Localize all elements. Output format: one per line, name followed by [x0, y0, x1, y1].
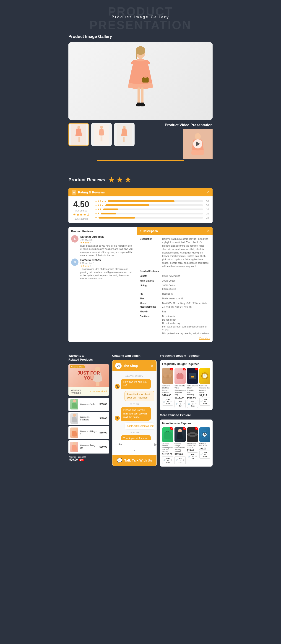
bar-track-4	[105, 204, 203, 206]
bar-row-3: ★★★ 10	[95, 208, 209, 211]
warranty-link[interactable]: ✓ T&c Resctricted	[90, 390, 107, 392]
more-badge-3: %	[195, 427, 198, 430]
related-item-3[interactable]: Women's Wings Y $85.00	[68, 426, 109, 440]
desc-main-label: Description	[140, 237, 160, 268]
more-product-name-3: 5 FLOWERS HEADBANE BLUE 35	[187, 443, 198, 449]
desc-measurements-row: Model measurements Bust 32" / 81 cm, Hei…	[140, 302, 210, 308]
chat-bubble-admin-3: Thank you sir for your interest.	[121, 435, 151, 440]
more-cart-label-2: Add to Cart	[179, 457, 182, 463]
more-add-cart-2[interactable]: 🛒 Add to Cart ♡	[175, 456, 185, 464]
bar-count-3: 10	[204, 208, 209, 211]
reviewer-avatar-1: S	[71, 235, 78, 242]
chat-close-button[interactable]: ✕	[150, 363, 154, 368]
related-item-1[interactable]: Women's Jade $55.00	[68, 398, 109, 411]
chat-send-icon[interactable]: ▶	[154, 442, 157, 447]
chat-footer[interactable]: 💬 Talk Talk With Us	[112, 455, 156, 466]
thumbnail-2[interactable]	[91, 123, 112, 146]
chat-icon-1: 🛍	[115, 384, 120, 389]
freq-product-img-3: %	[187, 368, 198, 384]
video-title: Product Video Presentation	[165, 123, 213, 127]
desc-cautions-value: Do not wash Do not bleach Do not tumble …	[162, 315, 210, 335]
score-stars: ★ ★ ★ ★ ½	[72, 213, 90, 216]
more-product-img-4	[199, 427, 210, 442]
more-items-title: More Items to Explore	[162, 422, 210, 425]
add-to-cart-3[interactable]: 🛒 Add to Cart ♡	[187, 400, 198, 408]
warranty-value: Available	[71, 392, 81, 394]
more-product-img-2: %	[175, 427, 185, 442]
add-to-cart-4[interactable]: 🛒 Add to Cart ♡	[199, 398, 210, 406]
reviewer-info-2: Camella Arches Feb 22, 2017 ★ ★ ★ ★ ★ Th…	[80, 258, 134, 279]
desc-material-row: Main Material 100% Cotton	[140, 279, 210, 282]
svg-point-30	[73, 428, 76, 431]
more-cart-icon-1: 🛒	[163, 459, 166, 461]
related-item-4[interactable]: Women's Long Off $29.00	[68, 440, 109, 454]
desc-pane-header: ≡ Description ✕	[137, 227, 213, 235]
chat-input[interactable]	[118, 443, 153, 446]
wishlist-icon-3: ♡	[195, 403, 197, 405]
r1-star-2: ★	[83, 242, 85, 244]
desc-size-row: Size Model wears size 36	[140, 297, 210, 300]
r2-star-2: ★	[83, 265, 85, 267]
desc-fit-value: Regular fit	[162, 292, 173, 296]
desc-fit-row: Fit Regular fit	[140, 292, 210, 296]
combo-card: Product Reviews S Saltanat Jureebek Jan …	[68, 227, 213, 342]
reviewer-date-2: Feb 22, 2017	[80, 262, 134, 264]
more-add-cart-1[interactable]: 🛒 Add to Cart ♡	[162, 456, 173, 464]
rating-score-block: 4.50 Out of 5.00 ★ ★ ★ ★ ½ 105 Ratings	[72, 200, 90, 220]
related-item-2[interactable]: Women's Standard $45.00	[68, 412, 109, 425]
women-long-price-value: 529.00	[69, 458, 78, 461]
score-number: 4.50	[72, 200, 90, 209]
thumbnail-3[interactable]	[114, 123, 135, 146]
r2-star-4: ★	[87, 265, 89, 267]
freq-badge-2: %	[183, 368, 185, 370]
chat-row-user-1: I want to know about your EMI Facilities	[115, 391, 154, 402]
chat-row-admin-3: 🛍 Thank you sir for your interest.	[115, 435, 154, 440]
svg-rect-14	[79, 137, 80, 142]
video-thumbnail[interactable]	[183, 129, 213, 159]
main-image-placeholder	[68, 42, 213, 120]
bar-fill-2	[101, 212, 116, 214]
chat-timestamp-2: 05:30 PM	[115, 403, 154, 405]
add-to-cart-2[interactable]: 🛒 Add to Cart ♡	[175, 400, 185, 408]
chat-bubble-admin-2: Please give us your mail address. We wil…	[121, 407, 151, 420]
desc-close-icon[interactable]: ✕	[207, 229, 210, 233]
add-to-cart-label-2: Add to Cart	[179, 401, 182, 407]
warranty-label: Warranty	[71, 389, 81, 392]
play-button[interactable]	[193, 139, 202, 148]
more-add-cart-4[interactable]: 🛒 Add to Cart ♡	[199, 450, 210, 458]
thumbnail-strip-indicator	[97, 160, 184, 161]
bottom-grid: Warranty & Related Products Amazing Offe…	[62, 354, 219, 474]
svg-rect-22	[125, 137, 125, 142]
wishlist-icon-4: ♡	[208, 400, 209, 402]
more-add-cart-3[interactable]: 🛒 Add to Cart ♡	[187, 452, 198, 460]
add-to-cart-1[interactable]: 🛒 Add to Cart ♡	[162, 398, 173, 406]
more-product-price-2: $215.00	[175, 453, 185, 456]
related-thumb-2	[70, 413, 78, 424]
reviewer-stars-1: ★ ★ ★ ★ ★	[80, 242, 134, 244]
more-product-name-2: Women's Vintage Bowknot Initial Tote Bag…	[175, 443, 185, 453]
rating-header-left: ⊞ Rating & Reviews	[72, 190, 105, 194]
chat-row-admin-2: 🛍 Please give us your mail address. We w…	[115, 407, 154, 420]
freq-products: % Women's LifeStyle Stretch Sandals $420…	[162, 368, 210, 408]
bar-row-1: ★ 25	[95, 216, 209, 219]
svg-rect-35	[177, 374, 184, 379]
svg-rect-4	[142, 78, 149, 83]
more-product-name-1: Women's Fashion Handbag Initial Tote Bag…	[162, 443, 173, 453]
review-item-2: C Camella Arches Feb 22, 2017 ★ ★ ★ ★ ★ …	[71, 258, 134, 279]
score-star-5: ½	[87, 213, 89, 216]
desc-size-label: Size	[140, 297, 160, 300]
chat-plus-icon[interactable]: +	[115, 442, 117, 447]
related-name-2: Women's Standard	[80, 416, 98, 421]
thumbnail-1[interactable]	[68, 123, 89, 146]
view-more-link[interactable]: View More	[140, 336, 210, 340]
related-price-4: $29.00	[99, 445, 107, 448]
desc-pane-body: Description Dainty detailing gives this …	[137, 235, 213, 342]
review-item-1: S Saltanat Jureebek Jan 28, 2017 ★ ★ ★ ★…	[71, 235, 134, 256]
chat-bubble-admin-1: How can we help you sir?	[121, 379, 151, 389]
bar-stars-4: ★★★★	[95, 204, 104, 207]
freq-product-name-2: Elite Novelty Triple Compartment Shoulde…	[175, 385, 185, 396]
chat-header: 🛍 The Shop ✕	[112, 360, 156, 371]
video-section: Product Video Presentation	[165, 123, 213, 159]
more-cart-icon-3: 🛒	[188, 455, 190, 458]
svg-rect-13	[78, 137, 78, 142]
